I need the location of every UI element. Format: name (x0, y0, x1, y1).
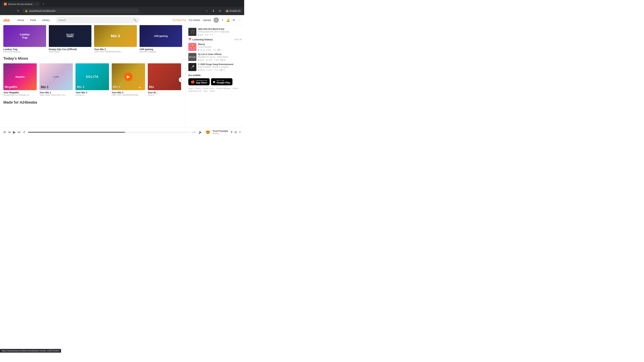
new-tab-button[interactable]: + (41, 2, 46, 6)
download-icon[interactable]: ⬇ (211, 8, 216, 13)
bookmark-icon[interactable]: ☆ (204, 8, 209, 13)
more-icon[interactable]: ⋯ (238, 18, 241, 22)
library-nav-link[interactable]: Library (39, 17, 52, 22)
view-all-link[interactable]: View all (234, 38, 242, 41)
repeat-button[interactable]: ↺ (23, 130, 25, 134)
card-subtitle-lowkey-trap: Discovery Playlists (3, 51, 46, 53)
user-avatar[interactable]: A (214, 17, 219, 23)
player-queue-icon[interactable]: ≡ (239, 130, 241, 134)
footer-link-imprint[interactable]: Imprint (232, 87, 238, 89)
mix-card-image-mix1: Lover Mix 1 (40, 63, 73, 90)
sidebar-thumb-wavey: 😍 (188, 43, 196, 51)
soundcloud-logo[interactable] (3, 19, 10, 21)
shuffle-button[interactable]: ⇄ (3, 130, 6, 134)
previous-button[interactable]: ⏮ (8, 130, 11, 134)
plays-stat-dj-lex-retro: ▶ 462K (198, 59, 204, 61)
sidebar-track-wavey[interactable]: 😍 Wavey Trust Freestyle ▶ 29.1K ♥ 281 ↺ … (188, 43, 242, 51)
mix-card-mix3-today[interactable]: ▶ Mix 3 ♥ ⋯ Your Mix 3 LIKE THAT UNDERGR… (112, 63, 145, 96)
card-title-lowkey-trap: Lowkey Trap (3, 48, 46, 51)
station-tag: station (66, 35, 74, 37)
chevron-down-icon[interactable]: ▼ (222, 19, 224, 21)
progress-fill (28, 132, 125, 133)
google-play-text: GET IT ON Google Play (217, 80, 230, 84)
for-artists-link[interactable]: For Artists (189, 18, 200, 21)
upload-button[interactable]: Upload (203, 18, 211, 21)
play-button-mix3[interactable]: ▶ (124, 72, 133, 81)
sidebar-track-dj-lex-retro[interactable]: DJ LeX Dj LeX & Ciske Official Brasbère … (188, 53, 242, 61)
sidebar-thumb-king-k: 🎤 (188, 63, 196, 71)
heart-icon-mix3[interactable]: ♥ (139, 86, 140, 89)
mix-label-mix4: Mix (149, 85, 154, 89)
active-tab[interactable]: ▶ Discover the top streamed mus... × (1, 1, 40, 7)
discovery-card-mix3[interactable]: Mix 3 Your Mix 3 LIKE THAT UNDERGROUND .… (94, 25, 137, 53)
footer-link-cookie[interactable]: Cookie Policy (203, 87, 214, 89)
sidebar-track-sub-king-k: King K Global x Te Dai' x Yung De... (198, 66, 235, 68)
tab-close-button[interactable]: × (36, 3, 38, 5)
player-playlist-icon[interactable]: ⊞ (234, 130, 237, 134)
search-input[interactable] (58, 19, 132, 21)
footer-link-blog[interactable]: Blog (204, 90, 208, 92)
next-carousel-button[interactable]: › (179, 77, 184, 82)
sidebar-track-sub-nektar: (FREE) NEKTAR.UFO! x Hallowee... (198, 31, 235, 33)
incognito-button[interactable]: 🕵 Incognito (2) (224, 9, 242, 13)
volume-area: 🔊 (198, 130, 202, 134)
reposts-stat-dj-lex-retro: ↺ 325 (214, 59, 219, 61)
tab-title: Discover the top streamed mus... (8, 3, 35, 5)
mix-card-image-megamix: MegaMix MegaMix (3, 63, 37, 90)
todays-mixes-title: Today's Mixes (3, 56, 182, 61)
mix-card-megamix[interactable]: MegaMix MegaMix Your MegaMix Deejay-Gijs… (3, 63, 37, 96)
sidebar-track-sub-dj-lex-retro: Brasbère Ft. Dj Lex - Retro Mania (198, 56, 235, 58)
forward-button[interactable]: → (9, 8, 14, 13)
mix-card-subtitle-mix3-today: LIKE THAT UNDERGROUND ... (112, 94, 145, 96)
discovery-card-dj-lex[interactable]: DJ LEX station Deejay-Gijs Cox (Official… (49, 25, 92, 53)
progress-bar[interactable] (28, 132, 190, 133)
search-bar[interactable]: 🔍 (56, 17, 140, 23)
player-heart-icon[interactable]: ♥ (231, 130, 232, 134)
home-nav-link[interactable]: Home (15, 17, 27, 22)
player-bar: ⇄ ⏮ ▶ ⏭ ↺ 2:48 🔊 😍 Trust Freestyle Wavey… (0, 127, 244, 137)
discovery-cards-row: Lowkey Trap Lowkey Trap Discovery Playli… (3, 25, 182, 53)
soundcloud-app: Home Feed Library 🔍 Try Next Pro For Art… (0, 15, 244, 137)
mix-card-mix4[interactable]: Mix Your M... Karol G ... (148, 63, 181, 96)
sidebar-stats-dj-lex-retro: ▶ 462K ♥ 8,930 ↺ 325 💬 88 (198, 59, 242, 61)
listening-history-header: 📅 Listening history View all (188, 38, 242, 41)
footer-link-privacy[interactable]: Privacy (195, 87, 201, 89)
sidebar-track-king-k[interactable]: 🎤 © 2020 Purge Gang Entertainment King K… (188, 63, 242, 71)
more-icon-mix3[interactable]: ⋯ (142, 86, 144, 89)
messages-icon[interactable]: ✉ (232, 18, 235, 22)
sidebar-track-title-nektar: NEKTAR.UFO.BEATS.816 (198, 28, 242, 30)
listening-history-title: 📅 Listening history (188, 38, 213, 41)
play-pause-button[interactable]: ▶ (13, 130, 16, 134)
plays-stat-king-k: ▶ 84.2K (198, 69, 205, 71)
todays-mixes-row: MegaMix MegaMix Your MegaMix Deejay-Gijs… (3, 63, 182, 96)
mix-card-image-mix4: Mix (148, 63, 181, 90)
volume-icon[interactable]: 🔊 (198, 130, 202, 134)
notifications-icon[interactable]: 🔔 (226, 18, 230, 22)
app-store-badge[interactable]: 🍎 Download on the App Store (188, 78, 210, 85)
footer-link-consent[interactable]: Consent Manager (216, 87, 230, 89)
try-next-pro-button[interactable]: Try Next Pro (172, 18, 186, 21)
comments-stat-wavey: 💬 6 (218, 49, 221, 51)
footer-link-artist-resources[interactable]: Artist Resources (188, 90, 202, 92)
footer-link-legal[interactable]: Legal (188, 87, 193, 89)
sidebar-track-nektar[interactable]: 🎵 NEKTAR.UFO.BEATS.816 (FREE) NEKTAR.UFO… (188, 28, 242, 36)
url-text: soundcloud.com/discover (29, 9, 56, 12)
mix-card-mix1[interactable]: Lover Mix 1 Your Mix 1 Taylor Swift, Ton… (40, 63, 73, 96)
back-button[interactable]: ← (2, 8, 8, 13)
footer-link-charts[interactable]: Charts (210, 90, 215, 92)
main-nav: Home Feed Library (15, 17, 52, 22)
sidebar-thumb-dj-lex-retro: DJ LeX (188, 53, 196, 61)
extensions-icon[interactable]: ⧉ (217, 8, 223, 13)
mix-card-subtitle-mix1: Taylor Swift, Tones and I, Ka... (40, 94, 73, 96)
discovery-card-lowkey-trap[interactable]: Lowkey Trap Lowkey Trap Discovery Playli… (3, 25, 46, 53)
refresh-button[interactable]: ↻ (16, 8, 21, 13)
feed-nav-link[interactable]: Feed (28, 17, 38, 22)
next-button[interactable]: ⏭ (18, 130, 21, 134)
mix-card-mix2[interactable]: SOLITA Mix 2 Your Mix 2 Lecrae & ... (76, 63, 109, 96)
url-bar[interactable]: 🔒 soundcloud.com/discover (22, 8, 140, 13)
mix-label-mix1: Mix 1 (41, 85, 48, 89)
discovery-card-chill-gaming[interactable]: chill gaming chill gaming Discovery Play… (140, 25, 182, 53)
browser-nav-bar: ← → ↻ 🔒 soundcloud.com/discover ☆ ⬇ ⧉ 🕵 … (0, 7, 244, 15)
app-store-text: Download on the App Store (196, 80, 207, 84)
google-play-badge[interactable]: ▶ GET IT ON Google Play (211, 78, 232, 85)
